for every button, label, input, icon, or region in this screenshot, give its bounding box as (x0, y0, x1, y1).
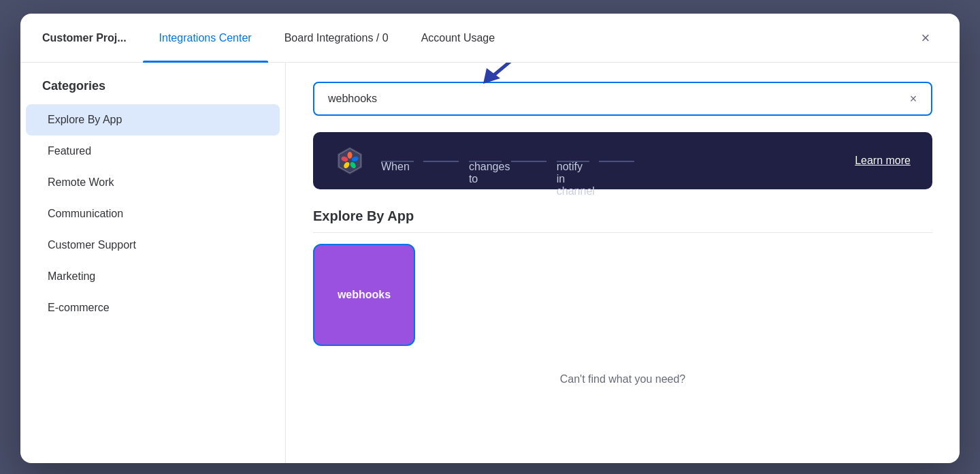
tab-customer-proj[interactable]: Customer Proj... (42, 14, 143, 63)
sidebar-item-marketing[interactable]: Marketing (26, 261, 280, 292)
modal: Customer Proj... Integrations Center Boa… (20, 14, 960, 463)
sidebar: Categories Explore By App Featured Remot… (20, 63, 286, 463)
section-title-explore: Explore By App (313, 208, 932, 233)
search-input[interactable] (313, 82, 932, 116)
tab-board-integrations-label: Board Integrations / 0 (284, 32, 389, 44)
tab-account-usage-label: Account Usage (421, 32, 495, 44)
svg-point-5 (348, 152, 353, 159)
svg-line-0 (490, 63, 572, 78)
app-grid: webhooks (313, 244, 932, 346)
tab-account-usage[interactable]: Account Usage (405, 14, 512, 63)
svg-marker-2 (338, 147, 362, 174)
sidebar-item-remote-work[interactable]: Remote Work (26, 167, 280, 198)
sidebar-item-communication[interactable]: Communication (26, 198, 280, 230)
tab-board-integrations[interactable]: Board Integrations / 0 (268, 14, 405, 63)
sidebar-item-explore-by-app[interactable]: Explore By App (26, 104, 280, 136)
categories-title: Categories (20, 79, 285, 104)
body: Categories Explore By App Featured Remot… (20, 63, 960, 463)
monday-logo-icon (335, 146, 365, 176)
learn-more-link[interactable]: Learn more (855, 155, 911, 167)
integration-banner: When changes to notify in channel Learn … (313, 132, 932, 189)
sidebar-item-e-commerce[interactable]: E-commerce (26, 292, 280, 323)
app-card-webhooks-label: webhooks (332, 283, 396, 306)
banner-text: When changes to notify in channel (378, 155, 841, 167)
close-button[interactable]: × (913, 26, 938, 50)
cant-find-text: Can't find what you need? (313, 373, 932, 385)
main-content: × (286, 63, 960, 463)
tab-integrations-center-label: Integrations Center (159, 32, 252, 44)
sidebar-item-featured[interactable]: Featured (26, 136, 280, 167)
tab-customer-proj-label: Customer Proj... (42, 32, 127, 44)
header: Customer Proj... Integrations Center Boa… (20, 14, 960, 63)
search-container: × (313, 82, 932, 116)
app-card-webhooks[interactable]: webhooks (313, 244, 415, 346)
tab-integrations-center[interactable]: Integrations Center (143, 14, 268, 63)
search-clear-button[interactable]: × (905, 91, 921, 107)
sidebar-item-customer-support[interactable]: Customer Support (26, 230, 280, 261)
